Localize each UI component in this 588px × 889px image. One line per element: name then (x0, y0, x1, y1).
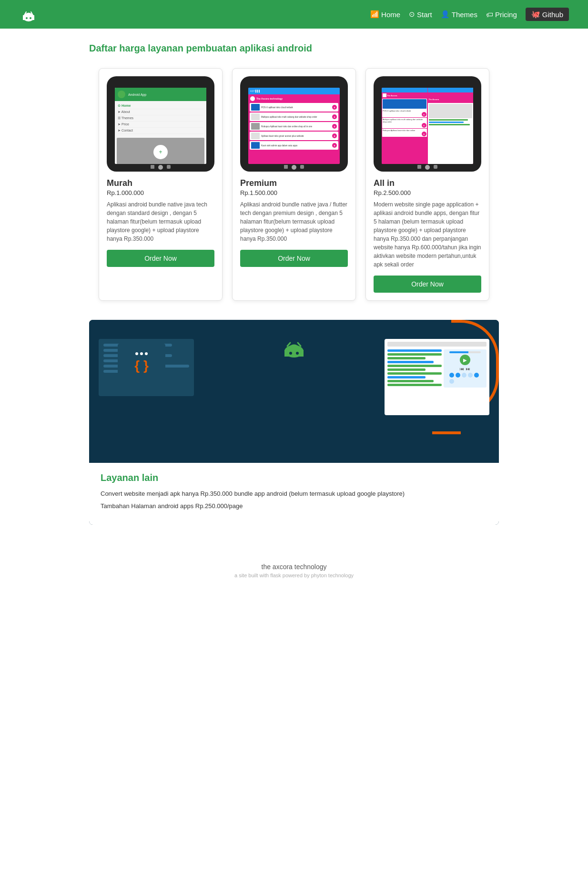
screen-right: The Axcora (428, 88, 474, 164)
nav-recent (167, 165, 171, 169)
player-dot-light (462, 373, 466, 378)
illustration-center (280, 334, 308, 358)
orange-line-icon (432, 431, 461, 434)
phone-topbar: Android App (115, 88, 206, 101)
page-title: Daftar harga layanan pembuatan aplikasi … (89, 43, 499, 54)
phone-nav-allin (417, 165, 437, 170)
layanan-section: { } (89, 320, 499, 525)
nav-recent (434, 165, 437, 169)
badge-b: A (422, 123, 426, 128)
plan-name-murah: Murah (107, 178, 214, 188)
item-img-3 (251, 123, 260, 130)
screen-left: The Axcora POS-X aplikasi toko cloud ter… (382, 88, 427, 164)
nav-home-btn (292, 165, 296, 170)
layanan-title: Layanan lain (101, 472, 487, 483)
plan-desc-premium: Aplikasi android bundle native java / fl… (240, 200, 348, 243)
plan-price-premium: Rp.1.500.000 (240, 189, 348, 196)
browser-line (387, 357, 426, 359)
screen-right-topbar (428, 88, 474, 92)
item-img-2 (251, 113, 260, 120)
browser-line (387, 380, 434, 382)
phone-fab: + (153, 145, 168, 159)
plan-desc-murah: Aplikasi android bundle native java tech… (107, 200, 214, 243)
player-controls: ⏮ ⏭ (460, 367, 470, 371)
nav-themes[interactable]: 👤 Themes (441, 10, 477, 19)
pricing-cards: Android App ⊙ Home ➤ About ☰ Themes ➤ Pr… (89, 68, 499, 301)
svg-point-3 (26, 17, 28, 19)
player-dots (449, 373, 481, 384)
nav-recent (300, 165, 304, 169)
layanan-illustration: { } (89, 320, 499, 463)
menu-home: ⊙ Home (118, 103, 203, 109)
screen-header: The Axcora (382, 92, 427, 98)
screen-item-a: POS-X aplikasi toko cloud terbaik A (382, 99, 427, 117)
phone-screen-premium: 4:07 ▌▌▌ The Axcora technology POS-X apl… (248, 88, 340, 164)
nav-pricing[interactable]: 🏷 Pricing (486, 10, 517, 19)
item-img-a (383, 99, 426, 109)
order-button-premium[interactable]: Order Now (240, 250, 348, 267)
phone-menu: ⊙ Home ➤ About ☰ Themes ➤ Price ➤ Contac… (115, 101, 206, 136)
phone-main-area: + (117, 138, 204, 164)
player-dot (474, 373, 479, 378)
order-button-allin[interactable]: Order Now (374, 276, 481, 293)
phone-nav (151, 165, 171, 170)
screen-right-header: The Axcora (428, 92, 474, 103)
plan-desc-allin: Modern website single page application +… (374, 200, 481, 269)
browser-mockup: ▶ ⏮ ⏭ (385, 339, 489, 415)
phone-app-topbar: 4:07 ▌▌▌ (248, 88, 340, 94)
illustration-left: { } (99, 339, 194, 401)
item-badge-3: A (332, 124, 337, 129)
nav-home[interactable]: 📶 Home (370, 10, 400, 19)
player-dot-light (449, 379, 454, 384)
app-item-5: Kasir stok admin app dalam satu apps A (250, 141, 338, 150)
browser-line (387, 368, 426, 371)
phone-allin: The Axcora POS-X aplikasi toko cloud ter… (374, 76, 481, 172)
phone-premium: 4:07 ▌▌▌ The Axcora technology POS-X apl… (240, 76, 348, 172)
browser-line (387, 349, 442, 352)
card-allin: The Axcora POS-X aplikasi toko cloud ter… (365, 68, 489, 301)
menu-themes: ☰ Themes (118, 115, 203, 122)
nav-github[interactable]: 🐙 Github (526, 8, 569, 21)
brand-logo[interactable] (19, 5, 38, 24)
item-badge-5: A (332, 143, 337, 148)
app-header-icon (250, 96, 255, 101)
badge-c: A (422, 132, 426, 136)
android-logo-icon (19, 5, 38, 24)
github-icon: 🐙 (531, 10, 540, 19)
browser-line (387, 365, 442, 367)
tag-icon: 🏷 (486, 10, 493, 19)
nav-start[interactable]: ⊙ Start (409, 10, 432, 19)
media-player: ▶ ⏮ ⏭ (444, 349, 487, 388)
nav-home-btn (425, 165, 430, 170)
nav-home-btn (158, 165, 163, 170)
screen-topbar (382, 88, 427, 92)
footer-brand: the axcora technology (0, 563, 588, 571)
wifi-icon: 📶 (370, 10, 379, 19)
browser-line (387, 372, 442, 375)
player-dot-light (468, 373, 473, 378)
player-dot (456, 373, 460, 378)
svg-point-4 (30, 17, 31, 19)
item-img-4 (251, 133, 260, 139)
phone-nav-premium (284, 165, 304, 170)
screen-item-b: Multipos aplikasi toko multi cabang dan … (382, 118, 427, 128)
svg-point-9 (289, 352, 292, 355)
phone-screen-allin: The Axcora POS-X aplikasi toko cloud ter… (382, 88, 473, 164)
menu-about: ➤ About (118, 109, 203, 115)
dots (135, 352, 148, 355)
card-murah: Android App ⊙ Home ➤ About ☰ Themes ➤ Pr… (99, 68, 223, 301)
browser-line (387, 361, 434, 363)
footer-sub: a site built with flask powered by phyto… (0, 572, 588, 578)
footer: the axcora technology a site built with … (0, 553, 588, 582)
order-button-murah[interactable]: Order Now (107, 250, 214, 267)
browser-lines (387, 349, 442, 388)
plan-price-murah: Rp.1.000.000 (107, 189, 214, 196)
dot (140, 352, 143, 355)
svg-point-10 (296, 352, 299, 355)
svg-line-12 (298, 343, 301, 346)
android-center-icon (280, 334, 308, 358)
phone-murah: Android App ⊙ Home ➤ About ☰ Themes ➤ Pr… (107, 76, 214, 172)
person-icon: 👤 (441, 10, 450, 19)
prev-icon: ⏮ (460, 367, 464, 371)
app-item-1: POS-X aplikasi toko cloud terbaik A (250, 103, 338, 112)
